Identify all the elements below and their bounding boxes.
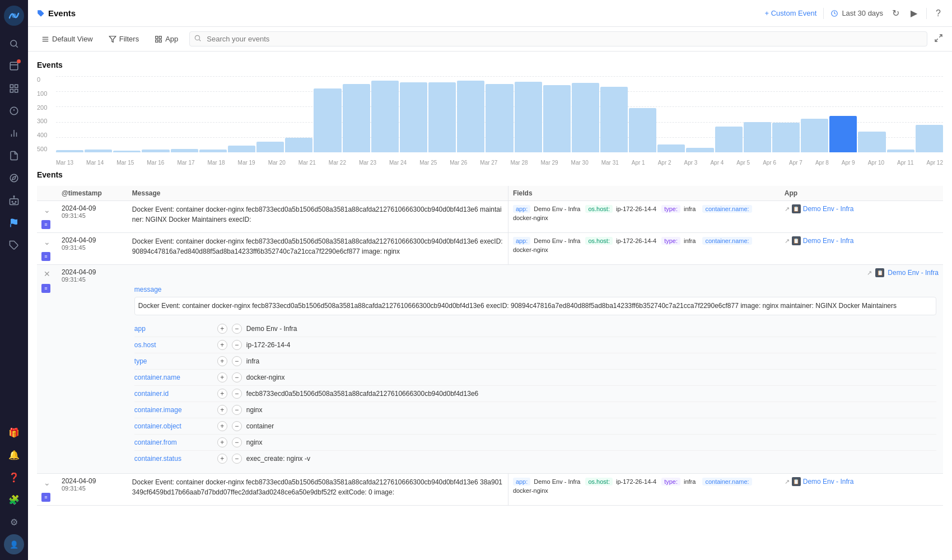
app-name[interactable]: Demo Env - Infra bbox=[888, 269, 939, 277]
app-logo[interactable] bbox=[4, 6, 24, 26]
field-add-button[interactable]: + bbox=[217, 324, 227, 334]
toggle-icon[interactable]: ✕ bbox=[41, 268, 53, 279]
chart-bar[interactable] bbox=[887, 150, 914, 152]
chart-bar[interactable] bbox=[916, 125, 943, 152]
field-add-button[interactable]: + bbox=[217, 405, 227, 415]
chart-bar[interactable] bbox=[543, 85, 571, 152]
default-view-button[interactable]: Default View bbox=[37, 32, 97, 45]
field-tag[interactable]: app: bbox=[513, 478, 530, 486]
chart-bar[interactable] bbox=[428, 82, 456, 152]
chart-bar[interactable] bbox=[686, 148, 713, 152]
external-link-icon[interactable]: ↗ bbox=[785, 478, 790, 486]
chart-bar[interactable] bbox=[858, 132, 885, 152]
col-timestamp-header[interactable]: @timestamp bbox=[57, 186, 128, 201]
chart-bar[interactable] bbox=[715, 127, 743, 152]
field-key[interactable]: container.image bbox=[134, 406, 213, 414]
external-link-icon[interactable]: ↗ bbox=[785, 206, 790, 213]
chart-bar[interactable] bbox=[256, 142, 284, 152]
field-add-button[interactable]: + bbox=[217, 454, 227, 464]
toggle-icon[interactable]: ⌄ bbox=[41, 477, 53, 488]
field-add-button[interactable]: + bbox=[217, 372, 227, 382]
chart-bar[interactable] bbox=[744, 122, 771, 152]
field-key[interactable]: os.host bbox=[134, 341, 213, 349]
sidebar-item-document[interactable] bbox=[4, 146, 24, 166]
field-tag[interactable]: type: bbox=[661, 205, 680, 213]
field-tag[interactable]: type: bbox=[661, 237, 680, 245]
chart-bar[interactable] bbox=[56, 150, 83, 152]
sidebar-item-avatar[interactable]: 👤 bbox=[4, 534, 24, 554]
field-remove-button[interactable]: − bbox=[232, 389, 242, 399]
chart-bar[interactable] bbox=[228, 146, 255, 152]
chart-bar[interactable] bbox=[801, 119, 828, 152]
sidebar-item-puzzle[interactable]: 🧩 bbox=[4, 489, 24, 510]
sidebar-item-help[interactable]: ❓ bbox=[4, 467, 24, 487]
app-name[interactable]: Demo Env - Infra bbox=[803, 237, 854, 245]
field-remove-button[interactable]: − bbox=[232, 437, 242, 447]
sidebar-item-search[interactable] bbox=[4, 34, 24, 54]
field-add-button[interactable]: + bbox=[217, 437, 227, 447]
chart-bars[interactable] bbox=[56, 76, 943, 152]
field-tag[interactable]: os.host: bbox=[585, 237, 613, 245]
field-remove-button[interactable]: − bbox=[232, 340, 242, 350]
refresh-button[interactable]: ↻ bbox=[890, 7, 902, 20]
chart-bar[interactable] bbox=[457, 81, 484, 152]
sidebar-item-tag[interactable] bbox=[4, 235, 24, 255]
field-key[interactable]: type bbox=[134, 357, 213, 365]
external-link-icon[interactable]: ↗ bbox=[785, 237, 790, 245]
chart-bar[interactable] bbox=[829, 116, 857, 152]
expand-button[interactable] bbox=[934, 34, 943, 45]
field-tag[interactable]: app: bbox=[513, 205, 530, 213]
chart-bar[interactable] bbox=[142, 150, 169, 152]
chart-bar[interactable] bbox=[371, 81, 399, 152]
filters-button[interactable]: Filters bbox=[104, 32, 143, 45]
field-remove-button[interactable]: − bbox=[232, 356, 242, 366]
chart-bar[interactable] bbox=[171, 149, 198, 152]
field-key[interactable]: container.name bbox=[134, 374, 213, 381]
external-link-icon[interactable]: ↗ bbox=[867, 269, 872, 277]
app-name[interactable]: Demo Env - Infra bbox=[803, 478, 854, 486]
app-button[interactable]: App bbox=[150, 32, 183, 45]
field-tag[interactable]: type: bbox=[661, 478, 680, 486]
chart-bar[interactable] bbox=[657, 144, 685, 152]
field-remove-button[interactable]: − bbox=[232, 454, 242, 464]
chart-bar[interactable] bbox=[113, 151, 141, 152]
search-input[interactable] bbox=[189, 31, 927, 46]
chart-bar[interactable] bbox=[285, 138, 312, 152]
field-key[interactable]: container.from bbox=[134, 438, 213, 446]
field-key[interactable]: container.id bbox=[134, 390, 213, 398]
field-remove-button[interactable]: − bbox=[232, 324, 242, 334]
field-tag[interactable]: container.name: bbox=[702, 478, 752, 486]
chart-bar[interactable] bbox=[572, 83, 599, 152]
field-key[interactable]: container.object bbox=[134, 422, 213, 430]
field-tag[interactable]: container.name: bbox=[702, 205, 752, 213]
sidebar-item-robot[interactable] bbox=[4, 190, 24, 211]
field-tag[interactable]: os.host: bbox=[585, 478, 613, 486]
sidebar-item-info[interactable] bbox=[4, 101, 24, 121]
message-label[interactable]: message bbox=[134, 286, 162, 293]
play-button[interactable]: ▶ bbox=[908, 7, 920, 20]
sidebar-item-settings[interactable]: ⚙ bbox=[4, 512, 24, 532]
field-add-button[interactable]: + bbox=[217, 421, 227, 431]
field-key[interactable]: container.status bbox=[134, 455, 213, 463]
field-add-button[interactable]: + bbox=[217, 389, 227, 399]
sidebar-item-flag[interactable] bbox=[4, 213, 24, 233]
chart-bar[interactable] bbox=[515, 82, 542, 152]
field-add-button[interactable]: + bbox=[217, 356, 227, 366]
chart-bar[interactable] bbox=[400, 82, 427, 152]
sidebar-item-chart[interactable] bbox=[4, 123, 24, 143]
time-range-selector[interactable]: Last 30 days bbox=[830, 9, 883, 17]
chart-bar[interactable] bbox=[343, 84, 370, 152]
field-remove-button[interactable]: − bbox=[232, 372, 242, 382]
app-name[interactable]: Demo Env - Infra bbox=[803, 205, 854, 213]
chart-bar[interactable] bbox=[314, 88, 341, 152]
field-tag[interactable]: container.name: bbox=[702, 237, 752, 245]
chart-bar[interactable] bbox=[772, 123, 800, 152]
field-key[interactable]: app bbox=[134, 325, 213, 333]
sidebar-item-grid[interactable] bbox=[4, 78, 24, 99]
chart-bar[interactable] bbox=[600, 87, 628, 152]
field-add-button[interactable]: + bbox=[217, 340, 227, 350]
sidebar-item-gift[interactable]: 🎁 bbox=[4, 422, 24, 442]
sidebar-item-bell[interactable]: 🔔 bbox=[4, 445, 24, 465]
chart-bar[interactable] bbox=[199, 150, 227, 152]
chart-bar[interactable] bbox=[629, 108, 656, 152]
